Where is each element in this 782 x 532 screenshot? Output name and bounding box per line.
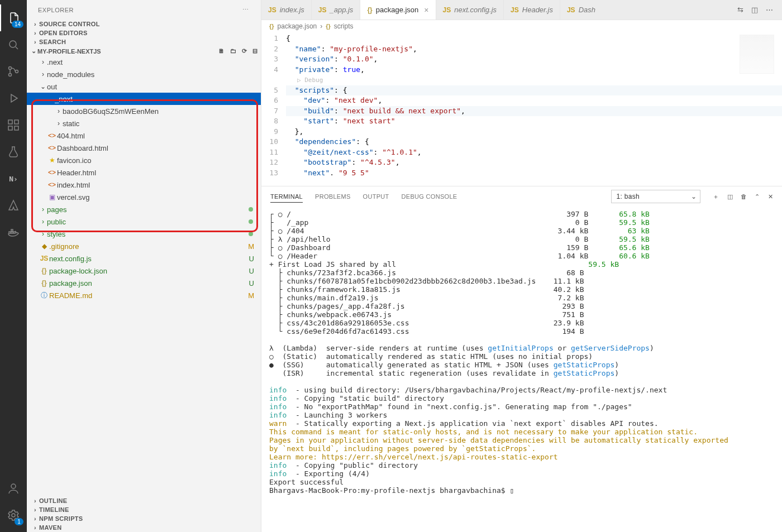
svg-point-2 <box>9 74 12 76</box>
section-timeline[interactable]: ›TIMELINE <box>27 505 261 514</box>
new-terminal-icon[interactable]: ＋ <box>713 193 719 201</box>
ptab-output[interactable]: OUTPUT <box>363 191 389 202</box>
file-readme[interactable]: ⓘREADME.mdM <box>27 289 261 301</box>
file-gitignore[interactable]: ◆.gitignoreM <box>27 240 261 252</box>
sidebar-more-icon[interactable]: ⋯ <box>242 6 250 13</box>
file-dashboard-html[interactable]: <>Dashboard.html <box>27 142 261 154</box>
dir-next[interactable]: ›.next <box>27 56 261 68</box>
dir-styles[interactable]: ›styles <box>27 228 261 240</box>
tab-app[interactable]: JS_app.js <box>312 0 361 20</box>
section-source-control[interactable]: ›SOURCE CONTROL <box>27 20 261 28</box>
kill-terminal-icon[interactable]: 🗑 <box>741 193 747 200</box>
new-folder-icon[interactable]: 🗀 <box>230 47 236 55</box>
section-project[interactable]: ⌄MY-PROFILE-NEXTJS 🗎 🗀 ⟳ ⊟ <box>27 46 261 56</box>
sidebar: EXPLORER ⋯ ›SOURCE CONTROL ›OPEN EDITORS… <box>27 0 261 532</box>
terminal-select[interactable]: 1: bash <box>611 190 700 203</box>
search-icon[interactable] <box>0 31 27 58</box>
dir-out-hash[interactable]: ›baodoBG6uqSZ5mWEenMen <box>27 105 261 117</box>
ptab-debug[interactable]: DEBUG CONSOLE <box>402 191 457 202</box>
file-next-config[interactable]: JSnext.config.jsU <box>27 252 261 265</box>
panel-tabs: TERMINAL PROBLEMS OUTPUT DEBUG CONSOLE 1… <box>261 186 782 207</box>
tab-bar: JSindex.js JS_app.js {}package.json× JSn… <box>261 0 782 20</box>
extensions-icon[interactable] <box>0 112 27 138</box>
file-header-html[interactable]: <>Header.html <box>27 166 261 179</box>
tab-next-config[interactable]: JSnext.config.js <box>436 0 504 20</box>
tab-package-json[interactable]: {}package.json× <box>360 0 436 20</box>
ptab-terminal[interactable]: TERMINAL <box>270 191 303 203</box>
ptab-problems[interactable]: PROBLEMS <box>315 191 351 202</box>
tab-more-icon[interactable]: ⋯ <box>766 6 774 14</box>
explorer-icon[interactable]: 14 <box>0 4 27 31</box>
svg-point-1 <box>9 67 12 70</box>
editor-group: JSindex.js JS_app.js {}package.json× JSn… <box>261 0 782 532</box>
azure-icon[interactable] <box>0 192 27 219</box>
file-pkg-lock[interactable]: {}package-lock.jsonU <box>27 265 261 277</box>
svg-rect-7 <box>15 126 18 130</box>
svg-rect-8 <box>9 232 11 233</box>
run-debug-icon[interactable] <box>0 85 27 112</box>
file-tree: ›.next ›node_modules ⌄out ⌄_next ›baodoB… <box>27 56 261 496</box>
dir-out-next[interactable]: ⌄_next <box>27 93 261 105</box>
svg-rect-5 <box>15 120 18 124</box>
file-pkg[interactable]: {}package.jsonU <box>27 277 261 289</box>
new-file-icon[interactable]: 🗎 <box>218 47 225 55</box>
gutter: 12345678910111213 <box>261 32 286 186</box>
split-icon[interactable]: ◫ <box>751 6 758 14</box>
settings-badge: 1 <box>15 518 23 525</box>
svg-rect-11 <box>11 229 13 231</box>
code-editor[interactable]: 12345678910111213 { "name": "my-profile-… <box>261 32 782 186</box>
section-outline[interactable]: ›OUTLINE <box>27 496 261 505</box>
svg-point-3 <box>16 70 18 73</box>
svg-point-13 <box>12 514 15 517</box>
terminal[interactable]: ┌ ○ / 397 B 65.8 kB ├ /_app 0 B 59.5 kB … <box>261 207 782 532</box>
refresh-icon[interactable]: ⟳ <box>242 47 247 55</box>
dir-node-modules[interactable]: ›node_modules <box>27 68 261 80</box>
svg-point-0 <box>9 41 16 47</box>
section-maven[interactable]: ›MAVEN <box>27 523 261 532</box>
activity-bar: 14 N› 1 <box>0 0 27 532</box>
svg-rect-4 <box>8 120 12 124</box>
section-npm-scripts[interactable]: ›NPM SCRIPTS <box>27 514 261 523</box>
dir-public[interactable]: ›public <box>27 215 261 228</box>
source-control-icon[interactable] <box>0 58 27 85</box>
tab-index[interactable]: JSindex.js <box>261 0 312 20</box>
section-search[interactable]: ›SEARCH <box>27 37 261 46</box>
file-vercel-svg[interactable]: ▣vercel.svg <box>27 191 261 203</box>
explorer-badge: 14 <box>12 21 23 28</box>
nx-icon[interactable]: N› <box>0 165 27 192</box>
section-open-editors[interactable]: ›OPEN EDITORS <box>27 28 261 37</box>
svg-point-12 <box>11 484 16 488</box>
dir-pages[interactable]: ›pages <box>27 203 261 215</box>
file-index-html[interactable]: <>index.html <box>27 179 261 191</box>
file-favicon[interactable]: ★favicon.ico <box>27 154 261 166</box>
close-icon[interactable]: × <box>424 6 428 15</box>
account-icon[interactable] <box>0 475 27 502</box>
panel-close-icon[interactable]: ✕ <box>768 193 773 200</box>
dir-out[interactable]: ⌄out <box>27 80 261 93</box>
collapse-icon[interactable]: ⊟ <box>252 47 258 55</box>
split-terminal-icon[interactable]: ◫ <box>727 193 733 200</box>
code-area[interactable]: { "name": "my-profile-nextjs", "version"… <box>286 32 782 186</box>
bottom-panel: TERMINAL PROBLEMS OUTPUT DEBUG CONSOLE 1… <box>261 186 782 532</box>
svg-rect-10 <box>13 232 15 233</box>
dir-out-static[interactable]: ›static <box>27 117 261 130</box>
svg-rect-6 <box>8 126 12 130</box>
minimap[interactable] <box>740 35 774 74</box>
compare-icon[interactable]: ⇆ <box>737 6 743 14</box>
file-404[interactable]: <>404.html <box>27 130 261 142</box>
panel-up-icon[interactable]: ⌃ <box>755 193 760 200</box>
sidebar-title: EXPLORER <box>38 7 74 13</box>
docker-icon[interactable] <box>0 219 27 246</box>
svg-rect-9 <box>11 232 13 233</box>
tab-dashboard[interactable]: JSDash <box>560 0 602 20</box>
testing-icon[interactable] <box>0 138 27 165</box>
sidebar-header: EXPLORER ⋯ <box>27 0 261 20</box>
settings-icon[interactable]: 1 <box>0 502 27 529</box>
tab-header[interactable]: JSHeader.js <box>504 0 560 20</box>
breadcrumb[interactable]: {}package.json › {}scripts <box>261 20 782 32</box>
